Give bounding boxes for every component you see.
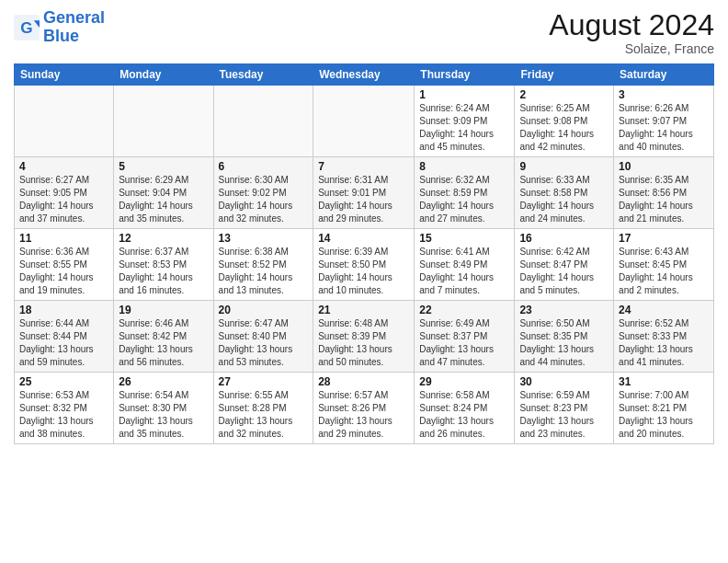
day-number: 30 [519,375,609,388]
day-number: 2 [519,88,609,101]
day-number: 28 [318,375,409,388]
table-row: 29Sunrise: 6:58 AM Sunset: 8:24 PM Dayli… [415,373,515,444]
table-row: 5Sunrise: 6:29 AM Sunset: 9:04 PM Daylig… [114,157,213,229]
table-row: 26Sunrise: 6:54 AM Sunset: 8:30 PM Dayli… [114,373,213,444]
table-row: 18Sunrise: 6:44 AM Sunset: 8:44 PM Dayli… [15,301,114,373]
table-row: 16Sunrise: 6:42 AM Sunset: 8:47 PM Dayli… [515,229,614,301]
day-number: 8 [419,160,509,173]
calendar-week-row: 25Sunrise: 6:53 AM Sunset: 8:32 PM Dayli… [15,373,714,444]
table-row: 19Sunrise: 6:46 AM Sunset: 8:42 PM Dayli… [114,301,213,373]
day-number: 3 [619,88,709,101]
day-info: Sunrise: 6:44 AM Sunset: 8:44 PM Dayligh… [19,317,108,369]
day-info: Sunrise: 6:57 AM Sunset: 8:26 PM Dayligh… [318,389,409,441]
day-info: Sunrise: 6:26 AM Sunset: 9:07 PM Dayligh… [619,102,709,154]
day-number: 12 [119,232,208,245]
day-number: 21 [318,304,409,316]
day-number: 6 [219,160,309,173]
day-info: Sunrise: 6:47 AM Sunset: 8:40 PM Dayligh… [219,317,309,369]
day-info: Sunrise: 6:53 AM Sunset: 8:32 PM Dayligh… [19,389,108,441]
day-info: Sunrise: 6:54 AM Sunset: 8:30 PM Dayligh… [119,389,208,441]
table-row: 21Sunrise: 6:48 AM Sunset: 8:39 PM Dayli… [313,301,415,373]
day-number: 7 [318,160,409,173]
header-thursday: Thursday [415,64,515,86]
table-row: 23Sunrise: 6:50 AM Sunset: 8:35 PM Dayli… [515,301,614,373]
calendar-week-row: 18Sunrise: 6:44 AM Sunset: 8:44 PM Dayli… [15,301,714,373]
table-row [213,86,313,157]
day-info: Sunrise: 6:29 AM Sunset: 9:04 PM Dayligh… [119,174,208,225]
day-info: Sunrise: 6:37 AM Sunset: 8:53 PM Dayligh… [119,246,208,297]
day-info: Sunrise: 6:59 AM Sunset: 8:23 PM Dayligh… [519,389,609,441]
day-info: Sunrise: 6:52 AM Sunset: 8:33 PM Dayligh… [619,317,709,369]
table-row: 25Sunrise: 6:53 AM Sunset: 8:32 PM Dayli… [15,373,114,444]
table-row: 22Sunrise: 6:49 AM Sunset: 8:37 PM Dayli… [415,301,515,373]
day-info: Sunrise: 6:31 AM Sunset: 9:01 PM Dayligh… [318,174,409,225]
day-info: Sunrise: 6:49 AM Sunset: 8:37 PM Dayligh… [419,317,509,369]
day-info: Sunrise: 6:42 AM Sunset: 8:47 PM Dayligh… [519,246,609,297]
day-number: 14 [318,232,409,245]
table-row: 30Sunrise: 6:59 AM Sunset: 8:23 PM Dayli… [515,373,614,444]
main-title: August 2024 [549,9,714,41]
day-number: 9 [519,160,609,173]
day-number: 10 [619,160,709,173]
day-info: Sunrise: 6:43 AM Sunset: 8:45 PM Dayligh… [619,246,709,297]
day-info: Sunrise: 7:00 AM Sunset: 8:21 PM Dayligh… [619,389,709,441]
header-tuesday: Tuesday [213,64,313,86]
day-info: Sunrise: 6:25 AM Sunset: 9:08 PM Dayligh… [519,102,609,154]
logo-text: General Blue [43,9,105,46]
day-number: 25 [19,375,108,388]
subtitle: Solaize, France [549,41,714,56]
table-row: 1Sunrise: 6:24 AM Sunset: 9:09 PM Daylig… [415,86,515,157]
calendar-week-row: 1Sunrise: 6:24 AM Sunset: 9:09 PM Daylig… [15,86,714,157]
day-number: 17 [619,232,709,245]
table-row: 15Sunrise: 6:41 AM Sunset: 8:49 PM Dayli… [415,229,515,301]
table-row [15,86,114,157]
day-number: 15 [419,232,509,245]
calendar-header-row: Sunday Monday Tuesday Wednesday Thursday… [15,64,714,86]
table-row [313,86,415,157]
day-number: 13 [219,232,309,245]
day-info: Sunrise: 6:38 AM Sunset: 8:52 PM Dayligh… [219,246,309,297]
table-row: 9Sunrise: 6:33 AM Sunset: 8:58 PM Daylig… [515,157,614,229]
table-row: 31Sunrise: 7:00 AM Sunset: 8:21 PM Dayli… [614,373,714,444]
day-number: 19 [119,304,208,316]
day-number: 24 [619,304,709,316]
day-info: Sunrise: 6:55 AM Sunset: 8:28 PM Dayligh… [219,389,309,441]
svg-text:G: G [20,19,32,37]
day-number: 26 [119,375,208,388]
header-saturday: Saturday [614,64,714,86]
header-monday: Monday [114,64,213,86]
table-row: 28Sunrise: 6:57 AM Sunset: 8:26 PM Dayli… [313,373,415,444]
title-block: August 2024 Solaize, France [549,9,714,56]
table-row: 17Sunrise: 6:43 AM Sunset: 8:45 PM Dayli… [614,229,714,301]
table-row: 24Sunrise: 6:52 AM Sunset: 8:33 PM Dayli… [614,301,714,373]
day-info: Sunrise: 6:33 AM Sunset: 8:58 PM Dayligh… [519,174,609,225]
table-row: 20Sunrise: 6:47 AM Sunset: 8:40 PM Dayli… [213,301,313,373]
calendar-week-row: 11Sunrise: 6:36 AM Sunset: 8:55 PM Dayli… [15,229,714,301]
table-row: 4Sunrise: 6:27 AM Sunset: 9:05 PM Daylig… [15,157,114,229]
day-info: Sunrise: 6:50 AM Sunset: 8:35 PM Dayligh… [519,317,609,369]
day-number: 18 [19,304,108,316]
day-info: Sunrise: 6:41 AM Sunset: 8:49 PM Dayligh… [419,246,509,297]
header-sunday: Sunday [15,64,114,86]
day-number: 16 [519,232,609,245]
day-number: 5 [119,160,208,173]
table-row: 8Sunrise: 6:32 AM Sunset: 8:59 PM Daylig… [415,157,515,229]
day-info: Sunrise: 6:39 AM Sunset: 8:50 PM Dayligh… [318,246,409,297]
day-info: Sunrise: 6:36 AM Sunset: 8:55 PM Dayligh… [19,246,108,297]
table-row: 10Sunrise: 6:35 AM Sunset: 8:56 PM Dayli… [614,157,714,229]
day-info: Sunrise: 6:30 AM Sunset: 9:02 PM Dayligh… [219,174,309,225]
day-info: Sunrise: 6:46 AM Sunset: 8:42 PM Dayligh… [119,317,208,369]
day-info: Sunrise: 6:27 AM Sunset: 9:05 PM Dayligh… [19,174,108,225]
calendar: Sunday Monday Tuesday Wednesday Thursday… [14,63,714,444]
table-row: 3Sunrise: 6:26 AM Sunset: 9:07 PM Daylig… [614,86,714,157]
day-number: 1 [419,88,509,101]
table-row: 14Sunrise: 6:39 AM Sunset: 8:50 PM Dayli… [313,229,415,301]
table-row [114,86,213,157]
table-row: 11Sunrise: 6:36 AM Sunset: 8:55 PM Dayli… [15,229,114,301]
table-row: 13Sunrise: 6:38 AM Sunset: 8:52 PM Dayli… [213,229,313,301]
calendar-week-row: 4Sunrise: 6:27 AM Sunset: 9:05 PM Daylig… [15,157,714,229]
day-number: 29 [419,375,509,388]
header-wednesday: Wednesday [313,64,415,86]
page: G General Blue August 2024 Solaize, Fran… [0,0,728,563]
header: G General Blue August 2024 Solaize, Fran… [14,9,714,56]
